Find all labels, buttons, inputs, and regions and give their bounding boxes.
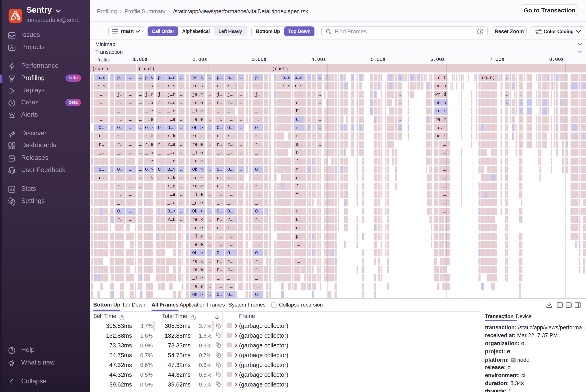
svg-text:…: … [239,75,242,80]
svg-text:r…: r… [255,176,260,180]
svg-text:r…: r… [217,259,222,264]
svg-text:…: … [308,134,310,139]
svg-text:O…: O… [227,209,233,214]
svg-text:r…: r… [158,134,163,139]
svg-text:…: … [209,159,211,164]
svg-text:…: … [209,267,211,272]
svg-text:a…: a… [296,142,301,147]
svg-text:…: … [180,200,183,206]
svg-text:pr…s: pr…s [192,75,203,80]
svg-text:O…>: O…> [145,167,153,172]
svg-text:…: … [209,176,211,180]
svg-text:…: … [129,176,132,180]
svg-text:r…: r… [255,84,260,89]
svg-text:…: … [180,176,183,180]
svg-text:r…: r… [217,267,222,272]
svg-text:re…e: re…e [192,226,203,230]
svg-text:…: … [129,159,132,164]
svg-text:_…: _… [117,109,122,114]
svg-text:f…: f… [296,200,301,206]
svg-text:O…: O… [217,250,222,256]
svg-text:_e…e: _e…e [192,159,203,164]
svg-text:…: … [308,100,310,106]
svg-text:u…: u… [296,117,301,122]
svg-text:_…e: _…e [145,159,153,164]
svg-text:…: … [520,100,522,106]
svg-text:r…: r… [227,134,233,139]
svg-text:…: … [180,142,183,147]
svg-text:r…: r… [227,217,233,222]
svg-text:…: … [239,150,242,156]
svg-text:…: … [129,92,132,97]
svg-text:r…: r… [255,134,260,139]
svg-text:O…: O… [99,125,104,130]
svg-text:…: … [139,159,142,164]
svg-text:r…k: r…k [145,134,153,139]
svg-text:O…: O… [255,125,260,130]
svg-text:…: … [129,167,132,172]
svg-text:…: … [411,84,413,89]
svg-text:…: … [180,109,183,114]
svg-text:…: … [129,192,132,197]
svg-text:r…: r… [117,142,122,147]
svg-text:…: … [520,142,522,147]
svg-text:_…: _… [227,200,233,206]
svg-text:…: … [139,150,142,156]
svg-text:…: … [209,92,211,97]
svg-text:r…: r… [255,100,260,106]
svg-text:O…: O… [158,167,163,172]
svg-text:O…: O… [255,167,260,172]
svg-text:r…k: r…k [145,176,153,180]
svg-text:_…: _… [158,109,163,114]
svg-text:r…s: r…s [145,84,153,89]
svg-text:re…r: re…r [435,109,446,114]
svg-text:r…: r… [117,134,122,139]
svg-text:r…: r… [217,184,222,189]
svg-text:…: … [129,142,132,147]
svg-text:r…s: r…s [295,84,303,89]
svg-text:_c…t: _c…t [435,75,446,80]
svg-text:O…: O… [296,150,301,156]
svg-text:r…: r… [217,142,222,147]
svg-text:…: … [129,125,132,130]
svg-text:…: … [139,100,142,106]
svg-text:(root): (root) [139,66,155,72]
svg-text:…: … [129,84,132,89]
svg-text:…: … [506,100,508,106]
svg-text:_l…e: _l…e [192,276,203,281]
svg-text:p…: p… [255,75,260,80]
svg-text:_e…e: _e…e [192,242,203,247]
svg-text:f…: f… [296,192,301,197]
svg-text:O…: O… [217,209,222,214]
svg-text:…: … [297,259,300,264]
svg-text:_…e: _…e [145,117,153,122]
svg-text:…: … [180,125,183,130]
svg-text:…: … [443,184,446,189]
svg-text:r…: r… [227,142,233,147]
svg-text:r…: r… [217,217,222,222]
svg-text:…: … [111,100,113,106]
svg-text:…: … [398,84,401,89]
svg-text:u…: u… [296,176,301,180]
svg-text:_e…e: _e…e [192,284,203,289]
svg-text:…: … [443,142,446,147]
svg-text:…: … [308,84,310,89]
svg-text:r…: r… [255,217,260,222]
svg-text:O…>: O…> [167,209,176,214]
svg-text:r…: r… [117,217,122,222]
svg-text:…: … [111,84,113,89]
svg-text:…: … [398,92,401,97]
svg-text:…: … [318,75,321,80]
svg-text:…: … [180,92,183,97]
svg-text:…: … [100,92,103,97]
svg-text:r…: r… [227,267,233,272]
svg-text:…: … [239,109,242,114]
svg-text:_…: _… [216,234,222,239]
svg-text:…: … [520,75,522,80]
svg-text:_e…e: _e…e [192,117,203,122]
svg-text:_…: _… [117,150,122,156]
svg-text:_…: _… [255,200,260,206]
svg-text:…: … [318,92,321,97]
svg-text:_…: _… [227,234,233,239]
svg-text:…: … [180,84,183,89]
